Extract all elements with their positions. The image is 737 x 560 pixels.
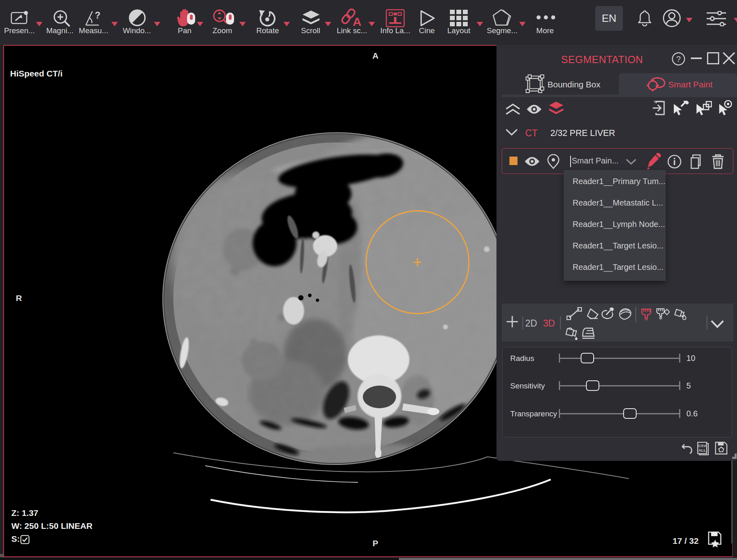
svg-text:?: ? — [676, 55, 681, 64]
svg-text:ALL: ALL — [699, 448, 706, 452]
svg-text:CSV: CSV — [698, 443, 706, 448]
svg-text:?: ? — [95, 10, 100, 21]
